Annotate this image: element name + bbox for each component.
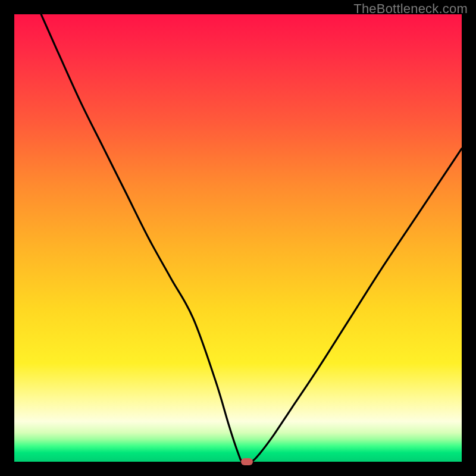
bottleneck-marker <box>241 458 253 465</box>
watermark-text: TheBottleneck.com <box>353 1 468 17</box>
chart-frame: TheBottleneck.com <box>0 0 476 476</box>
bottleneck-curve <box>14 14 462 462</box>
